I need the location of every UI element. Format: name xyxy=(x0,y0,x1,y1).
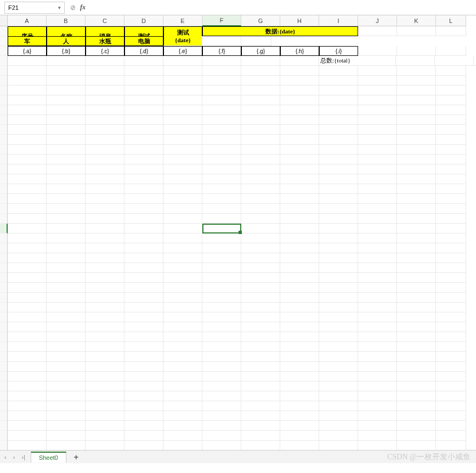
cell[interactable] xyxy=(280,214,319,224)
cell[interactable] xyxy=(47,312,86,322)
cell[interactable] xyxy=(163,263,202,273)
cell[interactable] xyxy=(124,76,163,86)
cell[interactable] xyxy=(241,36,271,46)
cell[interactable] xyxy=(124,86,163,95)
cell[interactable] xyxy=(358,431,397,441)
cell[interactable] xyxy=(163,155,202,164)
cell[interactable] xyxy=(397,312,436,322)
cell[interactable] xyxy=(358,342,397,352)
cell[interactable] xyxy=(86,401,124,411)
cell[interactable] xyxy=(202,303,241,312)
row-header[interactable] xyxy=(0,194,8,204)
cell[interactable] xyxy=(319,253,358,263)
cell[interactable] xyxy=(397,332,436,342)
cell[interactable] xyxy=(202,66,241,76)
cell[interactable] xyxy=(397,233,436,243)
row-header[interactable] xyxy=(0,174,8,184)
cell[interactable] xyxy=(47,105,86,115)
cell[interactable] xyxy=(124,273,163,283)
cell[interactable] xyxy=(163,125,202,135)
cell[interactable] xyxy=(86,105,124,115)
cell[interactable] xyxy=(397,431,436,441)
cell[interactable]: {.d} xyxy=(124,46,163,56)
cell[interactable] xyxy=(358,381,397,391)
cell[interactable] xyxy=(241,233,280,243)
cell[interactable] xyxy=(124,332,163,342)
cell[interactable] xyxy=(86,155,124,164)
cell[interactable] xyxy=(124,233,163,243)
cell[interactable] xyxy=(202,293,241,303)
cell[interactable] xyxy=(124,283,163,293)
cell[interactable] xyxy=(436,26,466,36)
cell[interactable] xyxy=(280,233,319,243)
cell[interactable] xyxy=(241,66,280,76)
cell[interactable] xyxy=(319,214,358,224)
cell[interactable] xyxy=(358,332,397,342)
cell[interactable] xyxy=(241,273,280,283)
cell[interactable] xyxy=(436,342,466,352)
cell[interactable] xyxy=(124,164,163,174)
cell[interactable] xyxy=(8,352,47,362)
row-header[interactable] xyxy=(0,224,8,233)
cell[interactable] xyxy=(124,224,163,233)
cell[interactable] xyxy=(436,352,466,362)
cell[interactable] xyxy=(86,391,124,401)
cell[interactable] xyxy=(397,204,436,214)
cell[interactable] xyxy=(86,174,124,184)
cell[interactable] xyxy=(124,362,163,372)
name-box[interactable]: F21 ▾ xyxy=(4,2,65,14)
cell[interactable] xyxy=(202,263,241,273)
cell[interactable] xyxy=(436,303,466,312)
cell[interactable] xyxy=(358,26,397,36)
cell[interactable] xyxy=(163,322,202,332)
cell[interactable] xyxy=(241,381,280,391)
cell[interactable] xyxy=(8,372,47,381)
cell[interactable] xyxy=(241,76,280,86)
cell[interactable] xyxy=(202,312,241,322)
cell[interactable] xyxy=(397,391,436,401)
cell[interactable] xyxy=(319,243,358,253)
cell[interactable] xyxy=(8,135,47,145)
cell[interactable] xyxy=(397,421,436,431)
row-header[interactable] xyxy=(0,381,8,391)
row-header[interactable] xyxy=(0,372,8,381)
cell[interactable] xyxy=(280,86,319,95)
cell[interactable] xyxy=(397,135,436,145)
cell[interactable] xyxy=(358,145,397,155)
row-header[interactable] xyxy=(0,312,8,322)
row-header[interactable] xyxy=(0,293,8,303)
cell[interactable] xyxy=(124,303,163,312)
cell[interactable] xyxy=(124,391,163,401)
row-header[interactable] xyxy=(0,164,8,174)
cell[interactable] xyxy=(86,342,124,352)
cell[interactable] xyxy=(358,391,397,401)
cell[interactable] xyxy=(241,86,280,95)
cell[interactable] xyxy=(8,233,47,243)
cell[interactable] xyxy=(241,362,280,372)
cell[interactable] xyxy=(124,253,163,263)
cell[interactable] xyxy=(280,391,319,401)
cell[interactable] xyxy=(163,401,202,411)
row-header[interactable] xyxy=(0,76,8,86)
cell[interactable] xyxy=(8,214,47,224)
col-header-K[interactable]: K xyxy=(397,15,436,26)
cell[interactable] xyxy=(436,233,466,243)
cell[interactable] xyxy=(8,293,47,303)
cell[interactable] xyxy=(86,293,124,303)
cell[interactable] xyxy=(319,263,358,273)
cell[interactable] xyxy=(124,263,163,273)
cell[interactable] xyxy=(202,194,241,204)
cell[interactable] xyxy=(202,411,241,421)
cell[interactable] xyxy=(86,164,124,174)
cell[interactable] xyxy=(86,253,124,263)
cell[interactable] xyxy=(436,273,466,283)
cell[interactable] xyxy=(319,391,358,401)
cell[interactable] xyxy=(319,105,358,115)
cell[interactable] xyxy=(8,431,47,441)
cell[interactable] xyxy=(124,155,163,164)
cell[interactable] xyxy=(8,66,47,76)
cell[interactable] xyxy=(280,362,319,372)
cell[interactable] xyxy=(241,125,280,135)
cell[interactable] xyxy=(86,86,124,95)
cell[interactable] xyxy=(163,66,202,76)
